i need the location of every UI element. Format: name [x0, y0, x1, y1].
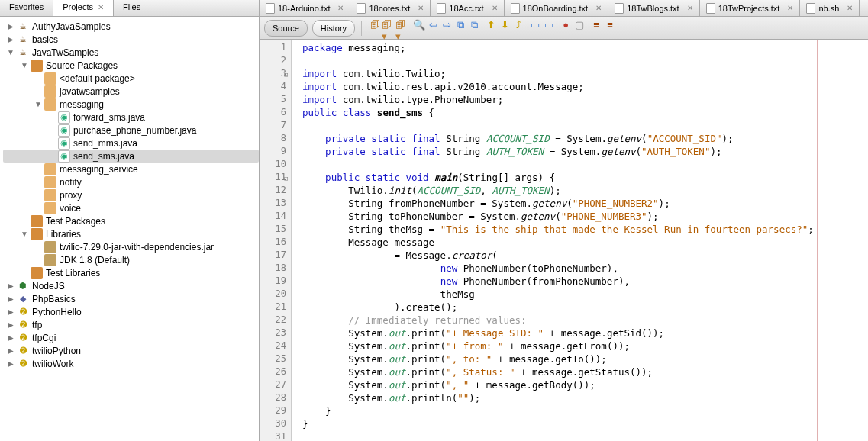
toolbar-icon[interactable]: 🗐▾: [382, 24, 395, 37]
tree-node[interactable]: Test Packages: [3, 214, 259, 227]
chevron-down-icon[interactable]: ▼: [6, 48, 15, 56]
chevron-right-icon[interactable]: ▶: [6, 22, 15, 31]
tree-node[interactable]: ◉send_mms.java: [3, 137, 259, 150]
tree-node[interactable]: javatwsamples: [3, 85, 259, 98]
tree-node[interactable]: ▶➋tfp: [3, 318, 259, 331]
tree-node[interactable]: ◉send_sms.java: [3, 150, 259, 163]
toolbar-icon[interactable]: ≡: [603, 18, 617, 32]
toolbar-icon[interactable]: ≡: [589, 18, 603, 32]
toolbar-icon[interactable]: ⬆: [484, 18, 498, 32]
chevron-down-icon[interactable]: ▼: [34, 100, 43, 108]
code-area[interactable]: package messaging;import com.twilio.Twil…: [292, 40, 868, 441]
close-icon[interactable]: ✕: [687, 4, 693, 12]
toolbar-icon[interactable]: 🗐: [368, 18, 382, 32]
toolbar-icon[interactable]: ⬇: [498, 18, 511, 32]
tree-node[interactable]: ▼ Libraries: [3, 227, 259, 240]
toolbar-icon[interactable]: ▢: [573, 18, 586, 32]
toolbar-icon[interactable]: ▭: [528, 18, 542, 32]
tree-label: JDK 1.8 (Default): [60, 255, 130, 266]
editor-tab[interactable]: 18Acc.txt✕: [431, 0, 504, 16]
toolbar-icon[interactable]: ●: [559, 18, 573, 32]
tree-label: NodeJS: [32, 281, 65, 291]
toolbar-icon[interactable]: ⧉: [453, 18, 467, 32]
tree-node[interactable]: ▶☕︎AuthyJavaSamples: [3, 20, 259, 33]
tree-node[interactable]: JDK 1.8 (Default): [3, 253, 259, 266]
toolbar-icon[interactable]: ⇦: [426, 18, 440, 32]
tree-node[interactable]: twilio-7.29.0-jar-with-dependencies.jar: [3, 240, 259, 253]
tree-node[interactable]: proxy: [3, 188, 259, 201]
close-icon[interactable]: ✕: [492, 4, 498, 12]
toolbar-icon[interactable]: ⇨: [440, 18, 453, 32]
chevron-down-icon[interactable]: ▼: [20, 61, 29, 69]
editor-tab[interactable]: nb.sh✕: [800, 0, 860, 16]
tree-node[interactable]: ▶⬢NodeJS: [3, 279, 259, 292]
toolbar-icon[interactable]: ⧉: [467, 18, 481, 32]
tree-node[interactable]: notify: [3, 175, 259, 188]
tree-node[interactable]: messaging_service: [3, 163, 259, 175]
close-icon[interactable]: ✕: [98, 3, 104, 11]
close-icon[interactable]: ✕: [847, 4, 853, 12]
close-icon[interactable]: ✕: [337, 4, 344, 12]
editor-tab[interactable]: 18OnBoarding.txt✕: [505, 0, 609, 16]
tree-node[interactable]: ▼☕︎JavaTwSamples: [3, 46, 259, 59]
chevron-right-icon[interactable]: ▶: [6, 282, 15, 290]
tree-label: proxy: [60, 190, 82, 201]
document-icon: [706, 3, 715, 14]
tree-node[interactable]: ▶➋twilioPython: [3, 344, 259, 357]
tab-label: 18notes.txt: [369, 4, 410, 13]
close-icon[interactable]: ✕: [787, 4, 793, 12]
close-icon[interactable]: ✕: [418, 4, 424, 12]
source-button[interactable]: Source: [264, 20, 308, 37]
tab-label: 18TwBlogs.txt: [627, 4, 679, 13]
tree-node[interactable]: voice: [3, 201, 259, 214]
editor-tab[interactable]: 18TwBlogs.txt✕: [608, 0, 699, 16]
tree-node[interactable]: ▼ Source Packages: [3, 59, 259, 72]
chevron-right-icon[interactable]: ▶: [6, 295, 15, 303]
tree-node[interactable]: <default package>: [3, 72, 259, 85]
chevron-right-icon[interactable]: ▶: [6, 346, 15, 355]
i-pkg-icon: [44, 72, 56, 85]
toolbar-icon[interactable]: ▭: [542, 18, 556, 32]
i-php-icon: ◆: [17, 293, 29, 305]
chevron-right-icon[interactable]: ▶: [6, 35, 15, 43]
document-icon: [437, 3, 446, 14]
tree-node[interactable]: ▶☕︎basics: [3, 33, 259, 46]
line-gutter[interactable]: 1234567891011121314151617181920212223242…: [260, 40, 292, 441]
code-editor[interactable]: 1234567891011121314151617181920212223242…: [260, 40, 868, 441]
tree-node[interactable]: ▶➋twilioWork: [3, 357, 259, 370]
history-button[interactable]: History: [312, 20, 355, 37]
tab-files[interactable]: Files: [114, 0, 150, 16]
tab-label: nb.sh: [818, 4, 839, 13]
tree-node[interactable]: ▼ messaging: [3, 98, 259, 111]
tree-node[interactable]: Test Libraries: [3, 266, 259, 279]
tab-favorites[interactable]: Favorites: [0, 0, 53, 16]
tree-label: Test Packages: [46, 216, 105, 227]
chevron-right-icon[interactable]: ▶: [6, 333, 15, 342]
tree-node[interactable]: ▶➋PythonHello: [3, 305, 259, 318]
project-tree[interactable]: ▶☕︎AuthyJavaSamples▶☕︎basics▼☕︎JavaTwSam…: [0, 17, 259, 441]
tree-label: <default package>: [60, 73, 135, 84]
tree-label: send_sms.java: [73, 151, 134, 162]
tree-node[interactable]: ◉purchase_phone_number.java: [3, 124, 259, 137]
editor-tab[interactable]: 18TwProjects.txt✕: [700, 0, 801, 16]
tab-projects[interactable]: Projects✕: [53, 0, 114, 16]
toolbar-icon[interactable]: 🔍: [412, 18, 426, 32]
tree-node[interactable]: ▶◆PhpBasics: [3, 292, 259, 305]
tree-label: messaging_service: [60, 164, 138, 175]
editor-tab[interactable]: 18notes.txt✕: [350, 0, 431, 16]
i-jar-icon: [44, 254, 56, 266]
toolbar-icon[interactable]: 🗐▾: [395, 24, 409, 37]
tree-node[interactable]: ◉forward_sms.java: [3, 111, 259, 124]
tree-node[interactable]: ▶➋tfpCgi: [3, 331, 259, 344]
left-tab-bar: Favorites Projects✕ Files: [0, 0, 259, 17]
chevron-right-icon[interactable]: ▶: [6, 359, 15, 368]
tree-label: twilioPython: [32, 346, 81, 356]
chevron-right-icon[interactable]: ▶: [6, 320, 15, 329]
close-icon[interactable]: ✕: [595, 4, 602, 12]
editor-tab[interactable]: 18-Arduino.txt✕: [260, 0, 350, 16]
tree-label: javatwsamples: [60, 86, 120, 97]
chevron-down-icon[interactable]: ▼: [20, 230, 29, 238]
document-icon: [806, 3, 815, 14]
toolbar-icon[interactable]: ⤴: [511, 18, 525, 32]
chevron-right-icon[interactable]: ▶: [6, 307, 15, 316]
